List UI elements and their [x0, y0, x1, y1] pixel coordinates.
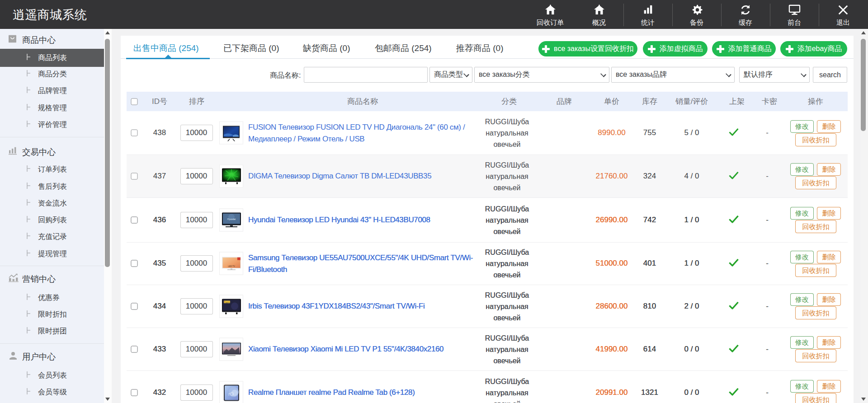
svg-text:Яндекс: Яндекс: [224, 301, 230, 303]
svg-text:Hyundai: Hyundai: [227, 218, 235, 220]
svg-text:LED TV: LED TV: [228, 265, 235, 267]
svg-text:rO: rO: [228, 391, 234, 396]
